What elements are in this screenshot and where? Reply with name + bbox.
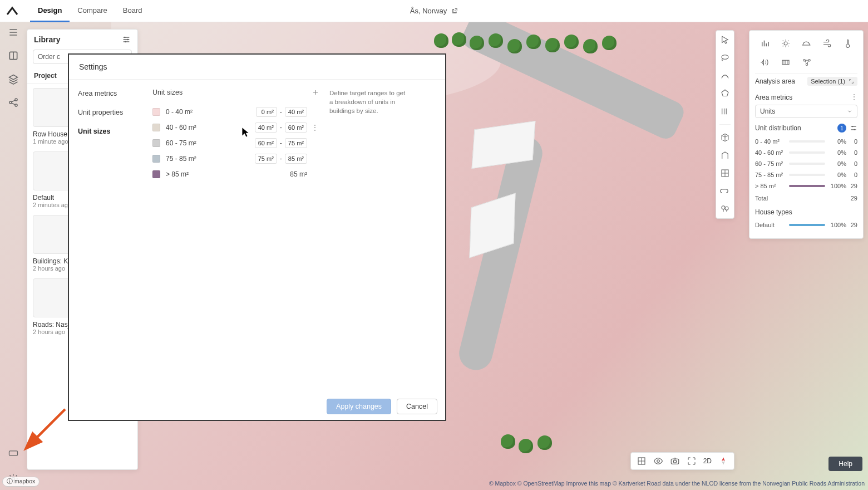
layers-toggle-icon[interactable] <box>637 456 647 466</box>
range-to[interactable]: 60 m² <box>285 122 307 133</box>
view-mode-2d[interactable]: 2D <box>703 457 712 465</box>
solar-icon[interactable] <box>781 57 791 67</box>
dist-row: 60 - 75 m² 0% 0 <box>755 158 857 169</box>
dist-label: 60 - 75 m² <box>755 160 786 167</box>
keyboard-icon[interactable] <box>8 448 19 459</box>
dist-pct: 0% <box>828 160 846 167</box>
analysis-panel: Analysis area Selection (1) Area metrics… <box>749 30 864 239</box>
range-from[interactable]: 60 m² <box>255 138 277 148</box>
app-logo[interactable] <box>6 4 19 18</box>
more-icon[interactable]: ⋮ <box>851 93 857 101</box>
trees-icon[interactable] <box>720 204 730 214</box>
metrics-dropdown[interactable]: Units <box>755 105 857 118</box>
section-description: Define target ranges to get a breakdown … <box>319 89 414 393</box>
dist-label: > 85 m² <box>755 183 786 189</box>
cancel-button[interactable]: Cancel <box>397 399 437 414</box>
expand-icon <box>849 79 854 84</box>
location-indicator[interactable]: Ås, Norway <box>410 7 458 15</box>
wind-icon[interactable] <box>822 38 832 48</box>
eye-icon[interactable] <box>653 456 663 466</box>
pointer-icon[interactable] <box>720 35 730 45</box>
tab-compare[interactable]: Compare <box>70 0 115 22</box>
svg-point-14 <box>784 42 787 45</box>
camera-icon[interactable] <box>670 456 680 466</box>
range-from-text: 85 m² <box>290 170 307 178</box>
svg-point-18 <box>806 63 807 65</box>
building-icon[interactable] <box>720 150 730 160</box>
svg-rect-4 <box>9 451 18 455</box>
library-title: Library <box>34 35 60 44</box>
sliders-icon[interactable] <box>122 35 131 44</box>
total-value: 29 <box>851 195 857 202</box>
svg-point-12 <box>722 206 725 209</box>
compass-icon[interactable] <box>718 456 728 466</box>
lasso-icon[interactable] <box>720 53 730 63</box>
focus-icon[interactable] <box>687 456 697 466</box>
map-attribution[interactable]: © Mapbox © OpenStreetMap Improve this ma… <box>489 480 865 487</box>
dist-bar <box>789 151 825 154</box>
noise-icon[interactable] <box>760 57 770 67</box>
adjust-icon[interactable] <box>850 124 857 132</box>
range-label: > 85 m² <box>166 170 290 178</box>
plus-icon[interactable] <box>312 89 319 96</box>
svg-point-20 <box>854 129 855 130</box>
range-label: 60 - 75 m² <box>166 139 255 147</box>
apply-button[interactable]: Apply changes <box>327 399 391 414</box>
cube-icon[interactable] <box>720 133 730 143</box>
mapbox-badge[interactable]: ⓘ mapbox <box>2 477 40 487</box>
network-icon[interactable] <box>802 57 812 67</box>
path-icon[interactable] <box>720 71 730 81</box>
house-row: Default 100% 29 <box>755 219 857 231</box>
nav-area-metrics[interactable]: Area metrics <box>78 90 144 97</box>
range-to[interactable]: 40 m² <box>285 107 307 117</box>
row-menu-icon[interactable]: ⋮ <box>310 124 319 131</box>
grid-icon[interactable] <box>720 168 730 178</box>
range-from[interactable]: 75 m² <box>255 154 277 164</box>
selection-badge[interactable]: Selection (1) <box>807 77 857 86</box>
swatch <box>152 155 160 163</box>
range-from[interactable]: 40 m² <box>255 122 277 133</box>
dist-row: 0 - 40 m² 0% 0 <box>755 136 857 147</box>
dist-label: 0 - 40 m² <box>755 138 786 145</box>
book-icon[interactable] <box>8 50 19 61</box>
nav-unit-sizes[interactable]: Unit sizes <box>78 128 144 135</box>
nav-unit-properties[interactable]: Unit properties <box>78 109 144 116</box>
house-bar <box>789 224 825 226</box>
chevron-down-icon <box>847 109 852 114</box>
thermo-icon[interactable] <box>842 38 852 48</box>
share-icon[interactable] <box>8 97 19 108</box>
range-to[interactable]: 75 m² <box>285 138 307 148</box>
house-label: Default <box>755 222 786 228</box>
dist-pct: 0% <box>828 171 846 178</box>
sun-icon[interactable] <box>781 38 791 48</box>
workspace: Library Order c Project ▦ Row House F 1 … <box>0 22 868 490</box>
dist-bar <box>789 163 825 165</box>
layers-icon[interactable] <box>8 74 19 85</box>
route-icon[interactable] <box>720 186 730 196</box>
svg-point-13 <box>725 207 728 210</box>
chart-icon[interactable] <box>760 38 770 48</box>
polygon-icon[interactable] <box>720 89 730 99</box>
range-label: 40 - 60 m² <box>166 124 255 131</box>
range-to[interactable]: 85 m² <box>285 154 307 164</box>
dist-bar <box>789 140 825 143</box>
line-icon[interactable] <box>720 106 730 116</box>
tab-design[interactable]: Design <box>30 0 70 22</box>
tab-board[interactable]: Board <box>115 0 150 22</box>
settings-nav: Area metrics Unit properties Unit sizes <box>69 80 152 393</box>
range-label: 75 - 85 m² <box>166 155 255 163</box>
range-from[interactable]: 0 m² <box>256 107 277 117</box>
area-metrics-title: Area metrics <box>755 94 792 101</box>
menu-icon[interactable] <box>8 27 19 38</box>
dome-icon[interactable] <box>801 38 811 48</box>
svg-point-6 <box>124 37 126 38</box>
distribution-title: Unit distribution <box>755 124 801 132</box>
help-button[interactable]: Help <box>828 457 862 471</box>
range-label: 0 - 40 m² <box>166 108 256 116</box>
dist-count: 0 <box>846 149 857 156</box>
topbar: Design Compare Board Ås, Norway <box>0 0 868 22</box>
location-text: Ås, Norway <box>410 7 447 15</box>
dist-row: 75 - 85 m² 0% 0 <box>755 169 857 180</box>
modal-title: Settings <box>69 55 445 80</box>
svg-point-19 <box>852 126 853 127</box>
